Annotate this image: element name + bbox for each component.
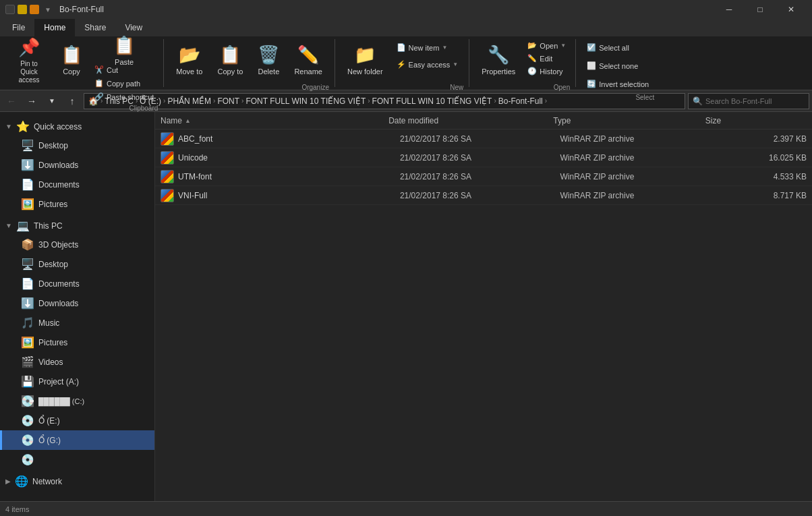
paste-area: 📋 Paste ✂️ Cut 📋 Copy path 🔗 Paste short… [90,39,158,103]
organize-label: Organize [301,82,329,92]
move-to-button[interactable]: 📂 Move to [169,39,209,82]
invert-selection-button[interactable]: 🔄 Invert selection [581,76,654,92]
sidebar-item-desktop[interactable]: 🖥️ Desktop [0,136,154,155]
sidebar-section-quick-access[interactable]: ▼ ⭐ Quick access [0,115,154,136]
breadcrumb-bff[interactable]: Bo-Font-Full [498,96,543,106]
select-all-button[interactable]: ☑️ Select all [581,39,654,56]
tab-share[interactable]: Share [75,19,115,36]
file-size-1: 16.025 KB [708,153,807,163]
project-a-label: Project (A:) [38,377,79,386]
history-button[interactable]: 🕐 History [523,65,570,78]
breadcrumb-pm[interactable]: PHẦN MỀM [167,96,211,106]
search-input[interactable] [705,97,805,105]
col-header-name[interactable]: Name ▲ [161,116,388,125]
rename-icon: ✏️ [297,45,319,65]
pictures-label: Pictures [38,200,67,209]
title-bar-icons: ▼ [5,5,54,14]
properties-button[interactable]: 🔧 Properties [475,39,522,82]
title-icon-1 [5,5,15,14]
sidebar-item-pictures[interactable]: 🖼️ Pictures [0,194,154,214]
desktop2-label: Desktop [38,260,68,269]
tab-home[interactable]: Home [34,19,75,36]
tab-view[interactable]: View [115,19,152,36]
copy-button[interactable]: 📋 Copy [54,39,89,82]
title-icon-3 [30,5,39,14]
cut-label: Cut [107,66,118,74]
address-path[interactable]: 🏠 › This PC › Ổ (E:) › PHẦN MỀM › FONT ›… [84,93,685,109]
sidebar-item-drive-d[interactable]: 💿 Ổ (E:) [0,411,154,430]
file-icon-abc [161,132,174,146]
network-icon: 🌐 [15,475,28,488]
sidebar-item-downloads[interactable]: ⬇️ Downloads [0,155,154,175]
new-item-icon: 📄 [397,43,406,52]
column-headers: Name ▲ Date modified Type Size [155,112,812,130]
col-header-size[interactable]: Size [705,116,807,125]
properties-label: Properties [482,67,515,76]
sidebar-item-drive-g[interactable]: 💿 [0,450,154,469]
search-box[interactable]: 🔍 [688,93,809,109]
file-list: ABC_font 21/02/2017 8:26 SA WinRAR ZIP a… [155,130,812,501]
cut-button[interactable]: ✂️ Cut [90,63,158,76]
table-row[interactable]: Unicode 21/02/2017 8:26 SA WinRAR ZIP ar… [155,148,812,167]
easy-access-button[interactable]: ⚡ Easy access ▼ [391,56,464,73]
delete-button[interactable]: 🗑️ Delete [251,39,286,82]
sidebar-item-project-a[interactable]: 💾 Project (A:) [0,372,154,391]
paste-shortcut-icon: 🔗 [94,92,104,101]
open-button[interactable]: 📂 Open ▼ [523,39,570,52]
select-none-button[interactable]: ⬜ Select none [581,57,654,74]
drive-g-icon: 💿 [21,453,34,466]
close-button[interactable]: ✕ [776,0,807,19]
table-row[interactable]: UTM-font 21/02/2017 8:26 SA WinRAR ZIP a… [155,167,812,186]
pin-to-quick-access-button[interactable]: 📌 Pin to Quick access [5,39,53,82]
rename-button[interactable]: ✏️ Rename [287,39,329,82]
new-folder-button[interactable]: 📁 New folder [341,39,390,82]
open-arrow: ▼ [560,42,566,49]
sidebar-item-3d-objects[interactable]: 📦 3D Objects [0,235,154,254]
copy-to-button[interactable]: 📋 Copy to [210,39,250,82]
copy-path-button[interactable]: 📋 Copy path [90,77,158,90]
tab-file[interactable]: File [3,19,34,36]
title-icon-2 [18,5,27,14]
ribbon-group-new: 📁 New folder 📄 New item ▼ ⚡ Easy access … [335,39,469,87]
table-row[interactable]: ABC_font 21/02/2017 8:26 SA WinRAR ZIP a… [155,130,812,148]
sidebar-item-downloads2[interactable]: ⬇️ Downloads [0,293,154,313]
file-type-0: WinRAR ZIP archive [560,134,708,144]
sidebar-item-drive-c[interactable]: 💽 ██████ (C:) [0,391,154,411]
paste-button[interactable]: 📋 Paste [107,39,142,63]
table-row[interactable]: VNI-Full 21/02/2017 8:26 SA WinRAR ZIP a… [155,186,812,205]
select-none-icon: ⬜ [587,61,596,70]
sidebar-section-this-pc[interactable]: ▼ 💻 This PC [0,214,154,235]
new-item-button[interactable]: 📄 New item ▼ [391,39,464,56]
breadcrumb-ffw2[interactable]: FONT FULL WIN 10 TIẾNG VIỆT [372,96,492,106]
col-header-type[interactable]: Type [553,116,705,125]
ribbon: 📌 Pin to Quick access 📋 Copy 📋 Paste ✂️ … [0,36,812,90]
breadcrumb-font[interactable]: FONT [217,96,239,106]
maximize-button[interactable]: □ [745,0,776,19]
col-name-label: Name [161,116,182,125]
paste-shortcut-button[interactable]: 🔗 Paste shortcut [90,90,158,103]
file-type-1: WinRAR ZIP archive [560,153,708,163]
sidebar-item-videos[interactable]: 🎬 Videos [0,352,154,372]
minimize-button[interactable]: ─ [714,0,745,19]
sidebar-section-network[interactable]: ▶ 🌐 Network [0,469,154,490]
easy-access-icon: ⚡ [397,60,406,69]
properties-icon: 🔧 [488,45,509,65]
drive-d-label: Ổ (E:) [38,416,60,426]
file-date-1: 21/02/2017 8:26 SA [400,153,560,163]
breadcrumb-ffw[interactable]: FONT FULL WIN 10 TIẾNG VIỆT [245,96,366,106]
this-pc-icon: 💻 [16,219,30,232]
ribbon-group-clipboard: 📌 Pin to Quick access 📋 Copy 📋 Paste ✂️ … [0,39,164,87]
sidebar-item-desktop2[interactable]: 🖥️ Desktop [0,254,154,274]
open-small-area: 📂 Open ▼ ✏️ Edit 🕐 History [523,39,570,78]
sidebar-item-documents2[interactable]: 📄 Documents [0,274,154,293]
sidebar-item-documents[interactable]: 📄 Documents [0,175,154,194]
ribbon-group-clipboard-content: 📌 Pin to Quick access 📋 Copy 📋 Paste ✂️ … [5,39,158,103]
sidebar-item-music[interactable]: 🎵 Music [0,313,154,333]
edit-button[interactable]: ✏️ Edit [523,52,570,65]
copy-path-icon: 📋 [94,79,104,88]
sidebar-item-pictures2[interactable]: 🖼️ Pictures [0,333,154,352]
sidebar-item-drive-e[interactable]: 💿 Ổ (G:) [0,430,154,450]
col-header-date[interactable]: Date modified [388,116,553,125]
this-pc-expand-icon: ▼ [5,222,12,229]
downloads-label: Downloads [38,161,78,170]
